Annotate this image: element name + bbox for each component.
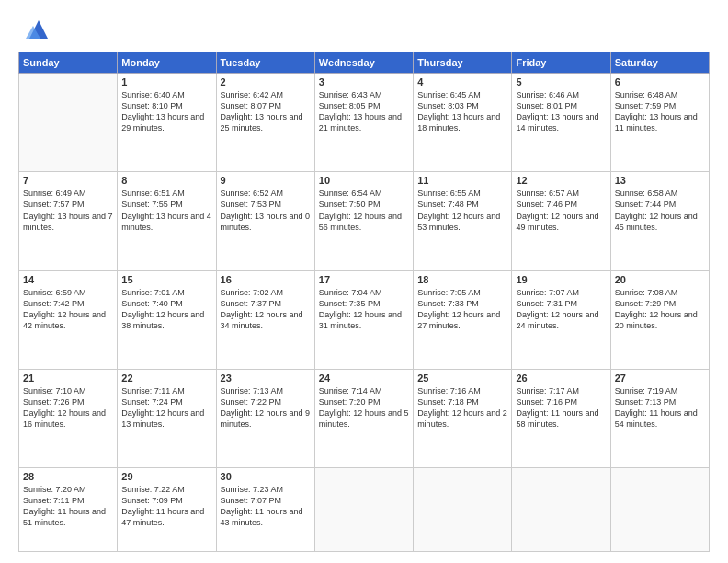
day-number: 20: [615, 274, 705, 285]
calendar-cell: 21 Sunrise: 7:10 AMSunset: 7:26 PMDaylig…: [19, 369, 118, 467]
day-info: Sunrise: 7:07 AMSunset: 7:31 PMDaylight:…: [516, 287, 606, 332]
calendar-cell: 24 Sunrise: 7:14 AMSunset: 7:20 PMDaylig…: [314, 369, 413, 467]
calendar-cell: 8 Sunrise: 6:51 AMSunset: 7:55 PMDayligh…: [118, 172, 216, 270]
day-info: Sunrise: 6:51 AMSunset: 7:55 PMDaylight:…: [121, 188, 211, 233]
day-info: Sunrise: 7:05 AMSunset: 7:33 PMDaylight:…: [417, 287, 507, 332]
day-number: 18: [417, 274, 507, 285]
day-number: 1: [121, 76, 211, 87]
col-header-friday: Friday: [512, 52, 610, 74]
day-number: 19: [516, 274, 606, 285]
calendar-cell: 28 Sunrise: 7:20 AMSunset: 7:11 PMDaylig…: [19, 468, 118, 552]
day-info: Sunrise: 7:08 AMSunset: 7:29 PMDaylight:…: [615, 287, 705, 332]
day-number: 3: [319, 76, 409, 87]
calendar-cell: 7 Sunrise: 6:49 AMSunset: 7:57 PMDayligh…: [19, 172, 118, 270]
calendar-cell: 16 Sunrise: 7:02 AMSunset: 7:37 PMDaylig…: [216, 270, 314, 369]
calendar-cell: 27 Sunrise: 7:19 AMSunset: 7:13 PMDaylig…: [610, 369, 709, 467]
day-info: Sunrise: 7:02 AMSunset: 7:37 PMDaylight:…: [221, 287, 311, 332]
calendar-cell: 13 Sunrise: 6:58 AMSunset: 7:44 PMDaylig…: [610, 172, 709, 270]
day-info: Sunrise: 7:23 AMSunset: 7:07 PMDaylight:…: [221, 484, 311, 529]
day-number: 26: [516, 373, 606, 384]
day-info: Sunrise: 7:14 AMSunset: 7:20 PMDaylight:…: [319, 385, 409, 431]
day-number: 21: [23, 373, 113, 384]
day-info: Sunrise: 7:13 AMSunset: 7:22 PMDaylight:…: [221, 385, 311, 431]
day-number: 9: [221, 175, 311, 186]
day-info: Sunrise: 6:59 AMSunset: 7:42 PMDaylight:…: [23, 287, 113, 332]
calendar-cell: 17 Sunrise: 7:04 AMSunset: 7:35 PMDaylig…: [314, 270, 413, 369]
day-number: 14: [23, 274, 113, 285]
day-number: 15: [121, 274, 211, 285]
day-number: 13: [615, 175, 705, 186]
calendar-cell: 9 Sunrise: 6:52 AMSunset: 7:53 PMDayligh…: [216, 172, 314, 270]
day-number: 23: [221, 373, 311, 384]
logo-icon: [22, 17, 48, 42]
day-info: Sunrise: 6:45 AMSunset: 8:03 PMDaylight:…: [417, 89, 507, 134]
day-number: 8: [121, 175, 211, 186]
calendar-cell: 14 Sunrise: 6:59 AMSunset: 7:42 PMDaylig…: [19, 270, 118, 369]
day-info: Sunrise: 6:49 AMSunset: 7:57 PMDaylight:…: [23, 188, 113, 233]
calendar-table: SundayMondayTuesdayWednesdayThursdayFrid…: [18, 52, 710, 552]
day-number: 5: [516, 76, 606, 87]
day-info: Sunrise: 7:04 AMSunset: 7:35 PMDaylight:…: [319, 287, 409, 332]
day-number: 6: [615, 76, 705, 87]
calendar-cell: 5 Sunrise: 6:46 AMSunset: 8:01 PMDayligh…: [512, 74, 610, 172]
day-info: Sunrise: 6:42 AMSunset: 8:07 PMDaylight:…: [221, 89, 311, 134]
day-info: Sunrise: 7:10 AMSunset: 7:26 PMDaylight:…: [23, 385, 113, 431]
calendar-cell: 1 Sunrise: 6:40 AMSunset: 8:10 PMDayligh…: [118, 74, 216, 172]
calendar-cell: 18 Sunrise: 7:05 AMSunset: 7:33 PMDaylig…: [414, 270, 512, 369]
day-number: 17: [319, 274, 409, 285]
calendar-cell: 19 Sunrise: 7:07 AMSunset: 7:31 PMDaylig…: [512, 270, 610, 369]
calendar-cell: 26 Sunrise: 7:17 AMSunset: 7:16 PMDaylig…: [512, 369, 610, 467]
day-info: Sunrise: 7:16 AMSunset: 7:18 PMDaylight:…: [417, 385, 507, 431]
day-number: 2: [221, 76, 311, 87]
day-info: Sunrise: 6:55 AMSunset: 7:48 PMDaylight:…: [417, 188, 507, 233]
header: [18, 17, 710, 42]
calendar-cell: 10 Sunrise: 6:54 AMSunset: 7:50 PMDaylig…: [314, 172, 413, 270]
day-info: Sunrise: 7:22 AMSunset: 7:09 PMDaylight:…: [121, 484, 211, 529]
day-number: 16: [221, 274, 311, 285]
calendar-cell: 29 Sunrise: 7:22 AMSunset: 7:09 PMDaylig…: [118, 468, 216, 552]
day-info: Sunrise: 6:54 AMSunset: 7:50 PMDaylight:…: [319, 188, 409, 233]
calendar-cell: 22 Sunrise: 7:11 AMSunset: 7:24 PMDaylig…: [118, 369, 216, 467]
day-number: 27: [615, 373, 705, 384]
col-header-wednesday: Wednesday: [314, 52, 413, 74]
calendar-cell: [19, 74, 118, 172]
day-info: Sunrise: 7:11 AMSunset: 7:24 PMDaylight:…: [121, 385, 211, 431]
day-info: Sunrise: 6:46 AMSunset: 8:01 PMDaylight:…: [516, 89, 606, 134]
day-number: 25: [417, 373, 507, 384]
calendar-cell: [512, 468, 610, 552]
col-header-monday: Monday: [118, 52, 216, 74]
calendar-cell: [610, 468, 709, 552]
calendar-cell: 15 Sunrise: 7:01 AMSunset: 7:40 PMDaylig…: [118, 270, 216, 369]
calendar-cell: 11 Sunrise: 6:55 AMSunset: 7:48 PMDaylig…: [414, 172, 512, 270]
calendar-week-row: 7 Sunrise: 6:49 AMSunset: 7:57 PMDayligh…: [19, 172, 710, 270]
day-info: Sunrise: 6:48 AMSunset: 7:59 PMDaylight:…: [615, 89, 705, 134]
calendar-cell: 30 Sunrise: 7:23 AMSunset: 7:07 PMDaylig…: [216, 468, 314, 552]
day-number: 4: [417, 76, 507, 87]
day-number: 30: [221, 471, 311, 482]
calendar-cell: [314, 468, 413, 552]
calendar-cell: 25 Sunrise: 7:16 AMSunset: 7:18 PMDaylig…: [414, 369, 512, 467]
calendar-week-row: 21 Sunrise: 7:10 AMSunset: 7:26 PMDaylig…: [19, 369, 710, 467]
day-info: Sunrise: 6:52 AMSunset: 7:53 PMDaylight:…: [221, 188, 311, 233]
day-number: 28: [23, 471, 113, 482]
calendar-header-row: SundayMondayTuesdayWednesdayThursdayFrid…: [19, 52, 710, 74]
day-number: 12: [516, 175, 606, 186]
calendar-week-row: 1 Sunrise: 6:40 AMSunset: 8:10 PMDayligh…: [19, 74, 710, 172]
col-header-sunday: Sunday: [19, 52, 118, 74]
col-header-thursday: Thursday: [414, 52, 512, 74]
day-number: 24: [319, 373, 409, 384]
day-info: Sunrise: 7:01 AMSunset: 7:40 PMDaylight:…: [121, 287, 211, 332]
day-number: 10: [319, 175, 409, 186]
calendar-cell: 20 Sunrise: 7:08 AMSunset: 7:29 PMDaylig…: [610, 270, 709, 369]
day-info: Sunrise: 6:40 AMSunset: 8:10 PMDaylight:…: [121, 89, 211, 134]
page: SundayMondayTuesdayWednesdayThursdayFrid…: [0, 0, 728, 563]
day-number: 22: [121, 373, 211, 384]
day-info: Sunrise: 7:20 AMSunset: 7:11 PMDaylight:…: [23, 484, 113, 529]
logo: [18, 17, 48, 42]
day-info: Sunrise: 6:58 AMSunset: 7:44 PMDaylight:…: [615, 188, 705, 233]
day-info: Sunrise: 6:57 AMSunset: 7:46 PMDaylight:…: [516, 188, 606, 233]
col-header-saturday: Saturday: [610, 52, 709, 74]
calendar-week-row: 28 Sunrise: 7:20 AMSunset: 7:11 PMDaylig…: [19, 468, 710, 552]
day-number: 11: [417, 175, 507, 186]
calendar-cell: 23 Sunrise: 7:13 AMSunset: 7:22 PMDaylig…: [216, 369, 314, 467]
